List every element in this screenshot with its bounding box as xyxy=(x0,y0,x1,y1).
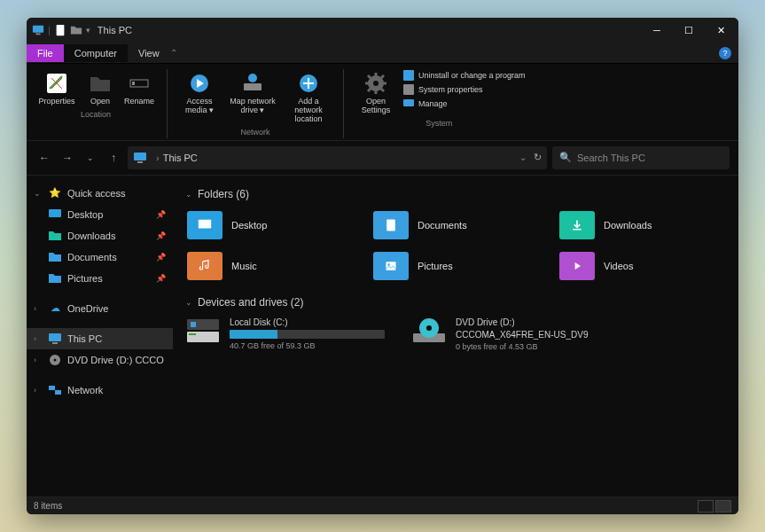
settings-icon xyxy=(363,71,388,96)
svg-rect-23 xyxy=(55,390,61,395)
ribbon-separator xyxy=(343,69,344,138)
folder-music[interactable]: Music xyxy=(185,250,354,282)
minimize-button[interactable]: ─ xyxy=(644,20,669,41)
drive-usage-bar xyxy=(230,330,385,339)
details-view-button[interactable] xyxy=(698,500,714,512)
address-dropdown-icon[interactable]: ⌄ xyxy=(519,153,527,162)
breadcrumb[interactable]: This PC xyxy=(163,153,198,163)
rename-button[interactable]: Rename xyxy=(121,69,158,108)
pin-icon: 📌 xyxy=(156,274,166,283)
properties-icon xyxy=(44,71,69,96)
icons-view-button[interactable] xyxy=(715,500,731,512)
refresh-button[interactable]: ↻ xyxy=(534,152,542,163)
drive-dvd-d[interactable]: DVD Drive (D:) CCCOMA_X64FRE_EN-US_DV9 0… xyxy=(411,317,611,351)
document-icon[interactable] xyxy=(54,24,66,36)
forward-button[interactable]: → xyxy=(59,149,76,167)
up-button[interactable]: ↑ xyxy=(105,149,122,167)
chevron-right-icon[interactable]: › xyxy=(34,304,43,313)
map-network-button[interactable]: Map network drive ▾ xyxy=(226,69,279,126)
svg-point-8 xyxy=(248,74,257,82)
search-icon: 🔍 xyxy=(559,152,572,163)
drive-label: CCCOMA_X64FRE_EN-US_DV9 xyxy=(456,330,611,340)
recent-dropdown[interactable]: ⌄ xyxy=(82,149,99,167)
sidebar-this-pc[interactable]: › This PC xyxy=(27,328,173,349)
disc-icon xyxy=(48,353,62,367)
sidebar-pictures[interactable]: Pictures📌 xyxy=(27,268,173,289)
address-input[interactable]: › This PC ⌄ ↻ xyxy=(128,146,547,169)
drive-local-c[interactable]: Local Disk (C:) 40.7 GB free of 59.3 GB xyxy=(185,317,385,351)
sidebar-downloads[interactable]: Downloads📌 xyxy=(27,225,173,246)
sidebar-dvd[interactable]: › DVD Drive (D:) CCCO xyxy=(27,349,173,371)
documents-folder-icon xyxy=(373,211,409,239)
drive-free-text: 0 bytes free of 4.53 GB xyxy=(456,342,611,351)
pictures-folder-icon xyxy=(373,252,409,280)
folders-section-header[interactable]: ⌄ Folders (6) xyxy=(185,188,726,200)
tab-file[interactable]: File xyxy=(27,44,64,62)
ribbon-tabs: File Computer View ⌃ ? xyxy=(27,43,738,64)
open-settings-button[interactable]: Open Settings xyxy=(353,69,399,117)
svg-rect-17 xyxy=(49,209,61,217)
open-button[interactable]: Open xyxy=(83,69,117,108)
drives-list: Local Disk (C:) 40.7 GB free of 59.3 GB … xyxy=(185,317,726,351)
system-properties-button[interactable]: System properties xyxy=(402,83,526,96)
pin-icon: 📌 xyxy=(156,253,166,262)
chevron-down-icon: ⌄ xyxy=(185,190,192,199)
chevron-right-icon[interactable]: › xyxy=(34,386,43,395)
properties-button[interactable]: Properties xyxy=(34,69,80,108)
sidebar-quick-access[interactable]: ⌄ ⭐ Quick access xyxy=(27,183,173,204)
status-bar: 8 items xyxy=(27,497,738,514)
sidebar-onedrive[interactable]: › ☁ OneDrive xyxy=(27,298,173,319)
qat-dropdown[interactable]: ▾ xyxy=(86,26,90,35)
folder-desktop[interactable]: Desktop xyxy=(185,209,354,241)
search-placeholder: Search This PC xyxy=(577,153,645,163)
chevron-right-icon[interactable]: › xyxy=(34,334,43,343)
tab-view[interactable]: View xyxy=(128,44,170,62)
uninstall-button[interactable]: Uninstall or change a program xyxy=(402,69,526,82)
tab-computer[interactable]: Computer xyxy=(64,44,128,62)
sidebar-desktop[interactable]: Desktop📌 xyxy=(27,204,173,225)
svg-rect-29 xyxy=(189,333,196,335)
svg-rect-31 xyxy=(191,322,196,327)
ribbon-group-label: Location xyxy=(34,110,158,121)
back-button[interactable]: ← xyxy=(35,149,53,167)
folder-downloads[interactable]: Downloads xyxy=(558,209,726,241)
add-network-button[interactable]: Add a network location xyxy=(283,69,334,126)
svg-point-11 xyxy=(373,81,379,86)
content-pane[interactable]: ⌄ Folders (6) Desktop Documents Download… xyxy=(173,176,738,497)
chevron-right-icon[interactable]: › xyxy=(34,356,43,364)
ribbon-group-location: Properties Open Rename Location xyxy=(34,69,158,138)
collapse-ribbon-icon[interactable]: ⌃ xyxy=(170,48,177,58)
folder-pictures[interactable]: Pictures xyxy=(371,250,540,282)
quick-access-toolbar: | ▾ xyxy=(32,24,90,36)
documents-icon xyxy=(48,250,62,264)
help-icon[interactable]: ? xyxy=(719,47,731,59)
svg-rect-5 xyxy=(132,82,135,85)
rename-icon xyxy=(127,71,152,96)
folder-icon[interactable] xyxy=(70,24,82,36)
desktop-folder-icon xyxy=(187,211,222,239)
titlebar[interactable]: | ▾ This PC ─ ☐ ✕ xyxy=(27,18,738,43)
manage-button[interactable]: Manage xyxy=(402,98,526,110)
cloud-icon: ☁ xyxy=(48,301,62,316)
sidebar-network[interactable]: › Network xyxy=(27,379,173,401)
folder-documents[interactable]: Documents xyxy=(371,209,540,241)
hdd-icon xyxy=(185,317,221,346)
pc-icon xyxy=(32,24,44,36)
ribbon-separator xyxy=(167,69,168,138)
pc-icon xyxy=(48,332,62,346)
svg-rect-14 xyxy=(403,99,414,106)
close-button[interactable]: ✕ xyxy=(708,20,733,41)
ribbon: Properties Open Rename Location Access m… xyxy=(27,64,738,141)
folder-videos[interactable]: Videos xyxy=(558,250,726,282)
folders-grid: Desktop Documents Downloads Music Pictur… xyxy=(185,209,726,282)
search-input[interactable]: 🔍 Search This PC xyxy=(552,146,730,169)
downloads-icon xyxy=(48,229,62,243)
maximize-button[interactable]: ☐ xyxy=(676,20,701,41)
drives-section-header[interactable]: ⌄ Devices and drives (2) xyxy=(185,296,726,309)
crumb-separator: › xyxy=(156,153,160,163)
sidebar-documents[interactable]: Documents📌 xyxy=(27,246,173,268)
chevron-down-icon[interactable]: ⌄ xyxy=(34,189,43,198)
network-icon xyxy=(48,383,62,397)
svg-rect-26 xyxy=(386,262,395,270)
access-media-button[interactable]: Access media ▾ xyxy=(176,69,222,126)
